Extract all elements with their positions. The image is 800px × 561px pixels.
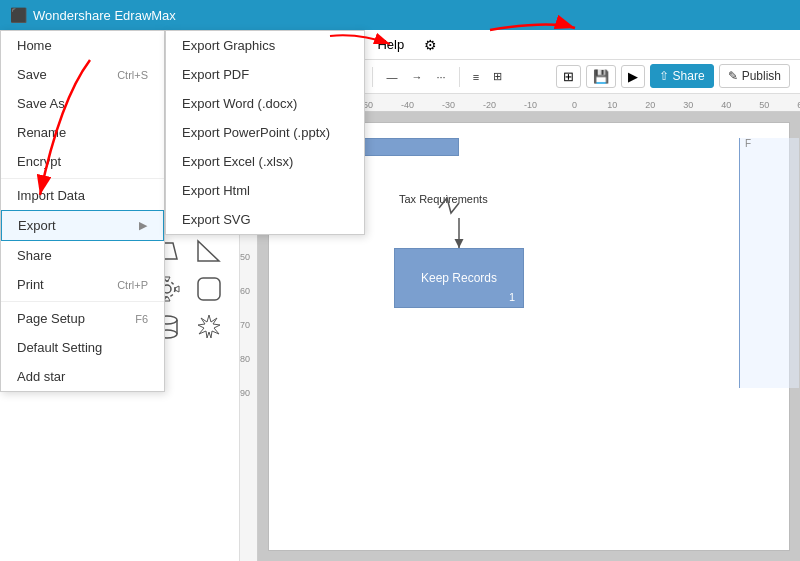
keep-records-box: Keep Records 1 [394, 248, 524, 308]
menu-print[interactable]: Print Ctrl+P [1, 270, 164, 299]
shape-rounded-square[interactable] [192, 272, 226, 306]
publish-button[interactable]: ✎ Publish [719, 64, 790, 88]
export-pptx[interactable]: Export PowerPoint (.pptx) [166, 118, 364, 147]
export-svg[interactable]: Export SVG [166, 205, 364, 234]
export-pdf[interactable]: Export PDF [166, 60, 364, 89]
present-btn[interactable]: ▶ [621, 65, 645, 88]
keep-records-label: Keep Records [421, 271, 497, 285]
title-bar: ⬛ Wondershare EdrawMax [0, 0, 800, 30]
share-icon: ⇧ [659, 69, 669, 83]
menu-save-as[interactable]: Save As [1, 89, 164, 118]
publish-icon: ✎ [728, 69, 738, 83]
screen-capture-btn[interactable]: ⊞ [556, 65, 581, 88]
menu-page-setup[interactable]: Page Setup F6 [1, 304, 164, 333]
publish-label: Publish [742, 69, 781, 83]
app-icon: ⬛ [10, 7, 27, 23]
app-title: Wondershare EdrawMax [33, 8, 176, 23]
menu-settings[interactable]: ⚙ [414, 33, 447, 57]
share-label: Share [673, 69, 705, 83]
export-graphics[interactable]: Export Graphics [166, 31, 364, 60]
export-xlsx[interactable]: Export Excel (.xlsx) [166, 147, 364, 176]
align-btn[interactable]: ≡ [468, 68, 484, 86]
export-submenu: Export Graphics Export PDF Export Word (… [165, 30, 365, 235]
menu-rename[interactable]: Rename [1, 118, 164, 147]
menu-add-star[interactable]: Add star [1, 362, 164, 391]
svg-marker-15 [198, 241, 219, 261]
svg-rect-29 [198, 278, 220, 300]
keep-records-num: 1 [509, 291, 515, 303]
menu-default-setting[interactable]: Default Setting [1, 333, 164, 362]
file-dropdown-menu: Home Save Ctrl+S Save As Rename Encrypt … [0, 30, 165, 392]
svg-marker-36 [198, 315, 220, 338]
export-word[interactable]: Export Word (.docx) [166, 89, 364, 118]
menu-help[interactable]: Help [367, 33, 414, 56]
export-html[interactable]: Export Html [166, 176, 364, 205]
shape-starburst[interactable] [192, 310, 226, 344]
separator-1 [1, 178, 164, 179]
save-cloud-btn[interactable]: 💾 [586, 65, 616, 88]
arrow-btn[interactable]: → [406, 68, 427, 86]
top-right-toolbar: ⊞ 💾 ▶ ⇧ Share ✎ Publish [556, 62, 790, 90]
tax-requirements-label: Tax Requirements [399, 193, 488, 205]
diagram-container: Tax Requirements [299, 133, 789, 550]
more-btn[interactable]: ⊞ [488, 67, 507, 86]
shape-right-triangle[interactable] [192, 234, 226, 268]
diagram-arrows [299, 133, 789, 550]
menu-save[interactable]: Save Ctrl+S [1, 60, 164, 89]
dashed-btn[interactable]: ··· [431, 68, 450, 86]
menu-export[interactable]: Export ▶ [1, 210, 164, 241]
right-swimlane-partial: F [739, 138, 799, 388]
menu-home[interactable]: Home [1, 31, 164, 60]
line-btn[interactable]: — [381, 68, 402, 86]
menu-import-data[interactable]: Import Data [1, 181, 164, 210]
menu-encrypt[interactable]: Encrypt [1, 147, 164, 176]
separator-2 [1, 301, 164, 302]
share-button[interactable]: ⇧ Share [650, 64, 714, 88]
menu-share[interactable]: Share [1, 241, 164, 270]
